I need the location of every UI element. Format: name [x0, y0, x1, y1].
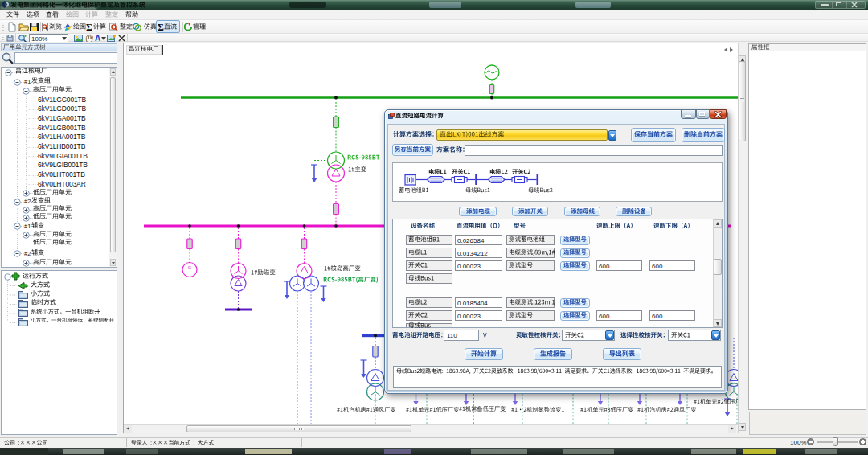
svg-text:~: ~	[188, 270, 191, 275]
svg-text:G: G	[188, 265, 192, 270]
